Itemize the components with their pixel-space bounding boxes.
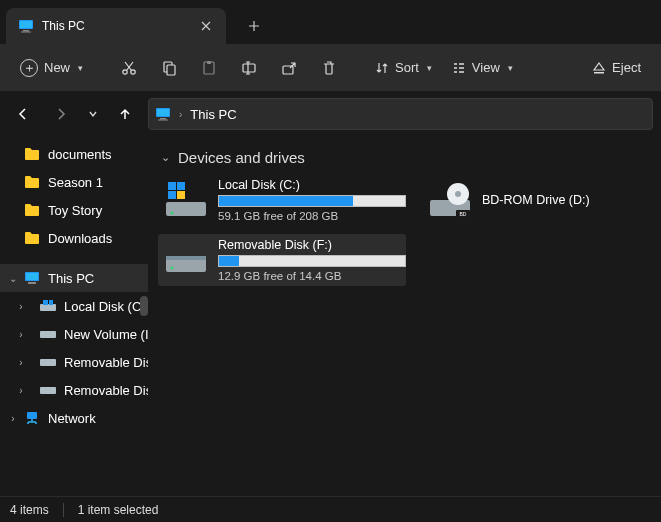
svg-rect-9 [207, 61, 211, 64]
address-bar[interactable]: › This PC [148, 98, 653, 130]
expand-icon[interactable]: › [14, 329, 28, 340]
quick-access-season1[interactable]: Season 1 [0, 168, 148, 196]
chevron-down-icon: ▾ [427, 63, 432, 73]
chevron-down-icon: ▾ [508, 63, 513, 73]
share-icon [281, 60, 297, 76]
tab-title: This PC [42, 19, 190, 33]
sort-icon [375, 61, 389, 75]
expand-icon[interactable]: › [6, 413, 20, 424]
svg-rect-3 [21, 32, 31, 33]
label: Removable Dis [64, 355, 148, 370]
new-button[interactable]: ＋ New ▾ [12, 53, 91, 83]
drive-icon [40, 328, 56, 340]
drive-free-text: 59.1 GB free of 208 GB [218, 210, 406, 222]
drive-bd-rom-d[interactable]: BD BD-ROM Drive (D:) [422, 174, 602, 226]
sort-button[interactable]: Sort ▾ [367, 54, 440, 81]
toolbar: ＋ New ▾ Sort ▾ View ▾ Eject [0, 44, 661, 92]
collapse-icon[interactable]: ⌄ [6, 273, 20, 284]
eject-icon [592, 61, 606, 75]
delete-button[interactable] [311, 54, 347, 82]
drive-name: BD-ROM Drive (D:) [482, 193, 596, 207]
rename-button[interactable] [231, 54, 267, 82]
view-button[interactable]: View ▾ [444, 54, 521, 81]
expand-icon[interactable]: › [14, 357, 28, 368]
tree-this-pc[interactable]: ⌄ This PC [0, 264, 148, 292]
optical-drive-icon: BD [428, 178, 472, 222]
view-label: View [472, 60, 500, 75]
os-drive-icon [164, 178, 208, 222]
chevron-down-icon: ⌄ [158, 151, 172, 164]
this-pc-icon [24, 271, 40, 285]
svg-rect-1 [20, 21, 32, 28]
nav-forward-button[interactable] [46, 99, 76, 129]
svg-rect-2 [23, 30, 29, 32]
divider [63, 503, 64, 517]
tab-close-button[interactable] [198, 18, 214, 34]
cut-button[interactable] [111, 54, 147, 82]
nav-back-button[interactable] [8, 99, 38, 129]
svg-rect-31 [177, 182, 185, 190]
network-icon [24, 411, 40, 425]
label: Network [48, 411, 96, 426]
sidebar: documents Season 1 Toy Story Downloads ⌄… [0, 136, 148, 496]
label: Removable Disk [64, 383, 148, 398]
tree-local-disk-c[interactable]: › Local Disk (C:) [0, 292, 148, 320]
plus-icon: ＋ [20, 59, 38, 77]
tree-removable-2[interactable]: › Removable Disk [0, 376, 148, 404]
breadcrumb-location[interactable]: This PC [190, 107, 236, 122]
svg-rect-10 [243, 64, 255, 72]
title-bar: This PC [0, 0, 661, 44]
chevron-down-icon: ▾ [78, 63, 83, 73]
svg-rect-16 [158, 120, 168, 121]
paste-button[interactable] [191, 54, 227, 82]
copy-button[interactable] [151, 54, 187, 82]
expand-icon[interactable]: › [14, 301, 28, 312]
tree-removable-1[interactable]: › Removable Dis [0, 348, 148, 376]
label: Toy Story [48, 203, 102, 218]
capacity-bar [218, 255, 406, 267]
content-pane: ⌄ Devices and drives [148, 136, 661, 496]
tree-network[interactable]: › Network [0, 404, 148, 432]
scrollbar-thumb[interactable] [140, 296, 148, 316]
section-title: Devices and drives [178, 149, 305, 166]
drive-removable-f[interactable]: Removable Disk (F:) 12.9 GB free of 14.4… [158, 234, 406, 286]
drive-icon [40, 384, 56, 396]
nav-up-button[interactable] [110, 99, 140, 129]
this-pc-icon [18, 18, 34, 34]
capacity-bar [218, 195, 406, 207]
label: Season 1 [48, 175, 103, 190]
label: This PC [48, 271, 94, 286]
status-selection: 1 item selected [78, 503, 159, 517]
quick-access-downloads[interactable]: Downloads [0, 224, 148, 252]
drive-icon [40, 300, 56, 312]
quick-access-toystory[interactable]: Toy Story [0, 196, 148, 224]
folder-icon [24, 175, 40, 189]
nav-row: › This PC [0, 92, 661, 136]
svg-text:BD: BD [460, 211, 467, 217]
section-header[interactable]: ⌄ Devices and drives [158, 142, 651, 172]
sort-label: Sort [395, 60, 419, 75]
tab-this-pc[interactable]: This PC [6, 8, 226, 44]
share-button[interactable] [271, 54, 307, 82]
svg-rect-15 [160, 118, 166, 120]
drive-free-text: 12.9 GB free of 14.4 GB [218, 270, 406, 282]
paste-icon [201, 60, 217, 76]
nav-recent-button[interactable] [84, 99, 102, 129]
svg-rect-30 [168, 182, 176, 190]
chevron-right-icon[interactable]: › [179, 109, 182, 120]
tree-new-volume[interactable]: › New Volume (I [0, 320, 148, 348]
svg-rect-40 [166, 256, 206, 260]
expand-icon[interactable]: › [14, 385, 28, 396]
this-pc-icon [155, 106, 171, 122]
drive-local-disk-c[interactable]: Local Disk (C:) 59.1 GB free of 208 GB [158, 174, 406, 226]
scissors-icon [121, 60, 137, 76]
status-bar: 4 items 1 item selected [0, 496, 661, 522]
folder-icon [24, 203, 40, 217]
label: documents [48, 147, 112, 162]
eject-button[interactable]: Eject [584, 54, 649, 81]
quick-access-documents[interactable]: documents [0, 140, 148, 168]
new-tab-button[interactable] [238, 10, 270, 42]
svg-rect-26 [27, 412, 37, 419]
drive-name: Local Disk (C:) [218, 178, 406, 192]
svg-rect-12 [594, 72, 604, 74]
